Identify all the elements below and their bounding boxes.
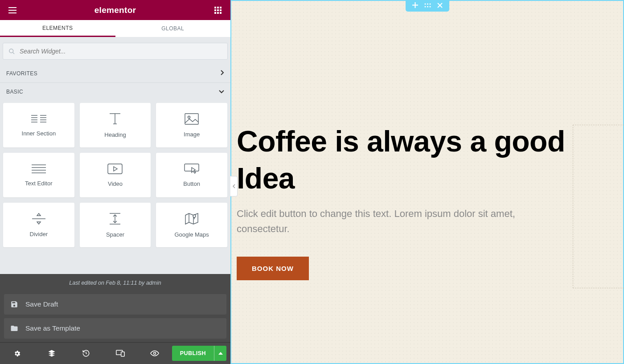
svg-point-51 (429, 3, 431, 4)
last-edited-meta: Last edited on Feb 8, 11:11 by admin (0, 274, 230, 294)
navigator-button[interactable] (34, 343, 69, 364)
video-icon (107, 164, 123, 174)
widget-label: Google Maps (175, 231, 209, 238)
svg-marker-32 (114, 167, 117, 171)
svg-point-26 (188, 116, 190, 118)
widget-spacer[interactable]: Spacer (80, 203, 151, 247)
svg-point-53 (427, 6, 428, 7)
close-icon (437, 3, 443, 8)
apps-grid-icon (214, 7, 222, 14)
svg-point-50 (427, 3, 428, 4)
svg-point-52 (424, 6, 426, 7)
widget-label: Video (108, 180, 123, 187)
eye-icon (150, 350, 159, 356)
svg-point-49 (424, 3, 426, 4)
save-draft-label: Save Draft (25, 300, 58, 308)
preview-canvas[interactable]: Coffee is always a good Idea Click edit … (230, 0, 624, 364)
widget-label: Heading (104, 131, 126, 138)
button-icon (184, 164, 199, 174)
tab-elements[interactable]: ELEMENTS (0, 20, 115, 37)
responsive-button[interactable] (103, 343, 137, 364)
delete-section-button[interactable] (437, 2, 443, 8)
folder-icon (10, 324, 18, 332)
section-controls (406, 0, 449, 12)
divider-icon (32, 213, 45, 225)
history-button[interactable] (69, 343, 103, 364)
svg-rect-11 (220, 12, 222, 14)
svg-rect-8 (220, 9, 222, 11)
widget-button[interactable]: Button (156, 153, 227, 197)
panel-header: elementor (0, 0, 230, 20)
caret-up-icon (218, 352, 223, 355)
section-favorites[interactable]: FAVORITES (0, 64, 230, 82)
widget-label: Text Editor (25, 180, 52, 187)
publish-group: PUBLISH (172, 346, 226, 361)
panel-tabs: ELEMENTS GLOBAL (0, 20, 230, 37)
settings-button[interactable] (0, 343, 34, 364)
widget-heading[interactable]: Heading (80, 103, 151, 147)
save-template-button[interactable]: Save as Template (4, 318, 226, 339)
hero-heading[interactable]: Coffee is always a good Idea (237, 123, 571, 196)
image-icon (185, 113, 199, 125)
tab-global[interactable]: GLOBAL (115, 20, 231, 37)
svg-point-54 (429, 6, 431, 7)
cta-button[interactable]: BOOK NOW (237, 257, 309, 280)
favorites-label: FAVORITES (6, 70, 37, 77)
add-section-button[interactable] (412, 2, 418, 8)
hamburger-icon (8, 7, 16, 13)
svg-marker-46 (218, 352, 223, 355)
preview-button[interactable] (138, 343, 172, 364)
svg-rect-9 (214, 12, 216, 14)
search-icon (8, 48, 15, 55)
column-placeholder[interactable] (573, 125, 624, 288)
inner-section-icon (31, 114, 46, 124)
collapse-panel-handle[interactable] (230, 176, 238, 196)
widget-label: Divider (30, 231, 48, 237)
save-draft-button[interactable]: Save Draft (4, 294, 226, 315)
text-editor-icon (32, 164, 46, 174)
svg-rect-25 (185, 114, 198, 124)
search-input[interactable] (20, 48, 222, 55)
widget-google-maps[interactable]: Google Maps (156, 203, 227, 247)
widget-label: Inner Section (22, 130, 56, 137)
spacer-icon (108, 213, 122, 225)
widget-divider[interactable]: Divider (3, 203, 74, 247)
apps-button[interactable] (213, 5, 223, 16)
publish-options-button[interactable] (214, 346, 226, 361)
edit-section-button[interactable] (424, 2, 431, 8)
svg-rect-5 (220, 7, 222, 8)
svg-rect-10 (217, 12, 219, 14)
gear-icon (13, 350, 21, 357)
layers-icon (48, 349, 56, 357)
menu-button[interactable] (7, 5, 18, 16)
svg-point-12 (9, 49, 13, 53)
google-maps-icon (185, 213, 199, 225)
widget-video[interactable]: Video (80, 153, 151, 197)
widget-label: Image (184, 131, 200, 138)
svg-rect-3 (214, 7, 216, 8)
widget-inner-section[interactable]: Inner Section (3, 103, 74, 147)
drag-dots-icon (424, 3, 431, 8)
svg-marker-34 (37, 213, 41, 216)
svg-line-13 (12, 52, 14, 54)
widget-label: Button (183, 180, 200, 187)
save-icon (10, 300, 18, 308)
section-basic[interactable]: BASIC (0, 82, 230, 101)
hero-text[interactable]: Click edit button to change this text. L… (237, 206, 571, 237)
search-box[interactable] (3, 43, 228, 60)
svg-rect-44 (121, 352, 125, 356)
hero-content: Coffee is always a good Idea Click edit … (237, 123, 571, 280)
devices-icon (116, 350, 125, 357)
svg-rect-31 (108, 164, 122, 174)
publish-button[interactable]: PUBLISH (172, 346, 214, 361)
widget-image[interactable]: Image (156, 103, 227, 147)
chevron-left-icon (233, 184, 235, 188)
search-wrap (0, 37, 230, 64)
widget-text-editor[interactable]: Text Editor (3, 153, 74, 197)
save-template-label: Save as Template (25, 324, 80, 332)
svg-point-45 (154, 352, 156, 355)
basic-label: BASIC (6, 89, 23, 95)
plus-icon (412, 2, 418, 8)
svg-rect-4 (217, 7, 219, 8)
bottom-bar: PUBLISH (0, 342, 230, 364)
